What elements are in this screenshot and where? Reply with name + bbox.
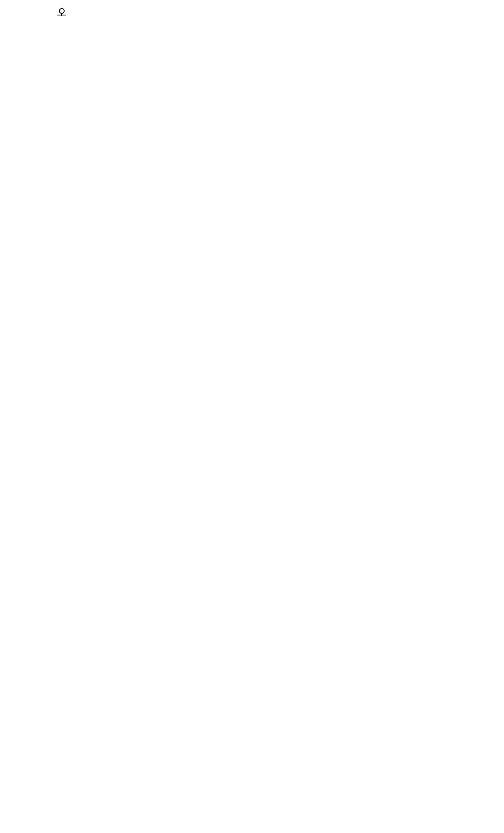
- actor-user: 用户: [45, 8, 77, 16]
- user-stick-icon: [57, 8, 65, 16]
